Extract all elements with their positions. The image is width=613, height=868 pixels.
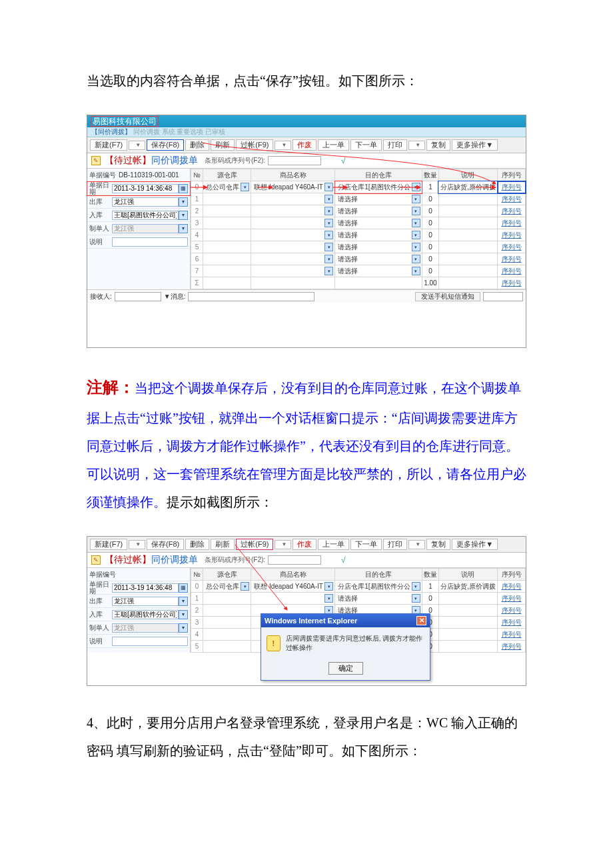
chevron-down-icon[interactable]: ▾ — [324, 267, 333, 275]
doc-date-input[interactable] — [112, 583, 179, 593]
chevron-down-icon[interactable]: ▾ — [324, 183, 333, 191]
serial-link[interactable]: 序列号 — [498, 629, 526, 641]
serial-link[interactable]: 序列号 — [498, 265, 526, 277]
chevron-down-icon[interactable]: ▾ — [324, 582, 333, 591]
qty-cell[interactable]: 0 — [422, 265, 438, 277]
search-ok-icon[interactable]: √ — [341, 556, 346, 564]
chevron-down-icon[interactable]: ▾ — [412, 231, 420, 239]
new-dropdown[interactable] — [129, 141, 145, 150]
doc-date-input[interactable] — [112, 184, 179, 193]
save-button[interactable]: 保存(F8) — [147, 139, 184, 151]
chevron-down-icon[interactable]: ▾ — [412, 594, 420, 603]
qty-cell[interactable]: 0 — [422, 217, 438, 229]
serial-link[interactable]: 序列号 — [498, 205, 526, 217]
in-input[interactable] — [112, 211, 179, 220]
active-tab[interactable]: 【同价调拨】 — [91, 128, 131, 135]
desc-cell[interactable]: 分店缺货,原价调拨 — [438, 581, 497, 593]
post-button[interactable]: 过帐(F9) — [236, 139, 273, 151]
product-cell[interactable]: 联想 Ideapad Y460A-IT — [253, 583, 323, 590]
send-sms-button[interactable]: 发送手机短信通知 — [415, 292, 480, 301]
refresh-button[interactable]: 刷新 — [211, 139, 235, 151]
qty-cell[interactable]: 0 — [422, 205, 438, 217]
dst-cell[interactable]: 请选择 — [336, 244, 410, 251]
serial-link[interactable]: 序列号 — [498, 253, 526, 265]
desc-input[interactable] — [112, 637, 188, 646]
more-button[interactable]: 更多操作▼ — [452, 139, 498, 151]
search-ok-icon[interactable]: √ — [341, 157, 346, 165]
out-input[interactable] — [112, 597, 179, 606]
chevron-down-icon[interactable]: ▾ — [179, 597, 188, 606]
prev-button[interactable]: 上一单 — [318, 139, 349, 151]
dst-cell[interactable]: 分店仓库1[易图软件分公 — [336, 184, 410, 191]
receiver-input[interactable] — [115, 292, 161, 301]
copy-button[interactable]: 复制 — [426, 139, 450, 151]
more-button[interactable]: 更多操作▼ — [452, 539, 498, 550]
qty-cell[interactable]: 0 — [422, 229, 438, 241]
next-button[interactable]: 下一单 — [350, 539, 382, 550]
serial-link[interactable]: 序列号 — [498, 581, 526, 593]
chevron-down-icon[interactable]: ▾ — [412, 183, 420, 191]
qty-cell[interactable]: 0 — [422, 253, 438, 265]
chevron-down-icon[interactable]: ▾ — [179, 197, 188, 207]
new-dropdown[interactable] — [129, 540, 145, 549]
chevron-down-icon[interactable]: ▾ — [324, 195, 333, 203]
chevron-down-icon[interactable]: ▾ — [324, 243, 333, 251]
serial-link[interactable]: 序列号 — [498, 241, 526, 253]
dst-cell[interactable]: 分店仓库1[易图软件分公 — [336, 583, 410, 590]
src-cell[interactable]: 总公司仓库 — [205, 184, 239, 191]
serial-link[interactable]: 序列号 — [498, 641, 526, 653]
print-button[interactable]: 打印 — [383, 539, 407, 550]
new-button[interactable]: 新建(F7) — [90, 539, 127, 550]
chevron-down-icon[interactable]: ▾ — [179, 211, 188, 220]
serial-link[interactable]: 序列号 — [498, 277, 526, 289]
qty-cell[interactable]: 1 — [422, 581, 438, 593]
sms-extra-input[interactable] — [483, 292, 523, 301]
print-dropdown[interactable] — [408, 540, 425, 549]
copy-button[interactable]: 复制 — [426, 539, 450, 550]
chevron-down-icon[interactable]: ▾ — [241, 582, 249, 591]
qty-cell[interactable]: 1 — [422, 181, 438, 193]
delete-button[interactable]: 删除 — [185, 139, 209, 151]
qty-cell[interactable]: 0 — [422, 193, 438, 205]
desc-input[interactable] — [112, 237, 188, 247]
out-input[interactable] — [112, 197, 179, 207]
delete-button[interactable]: 删除 — [185, 539, 209, 550]
calendar-icon[interactable]: ▦ — [179, 184, 188, 193]
dst-cell[interactable]: 请选择 — [336, 196, 410, 203]
dst-cell[interactable]: 请选择 — [336, 256, 410, 263]
dst-cell[interactable]: 请选择 — [336, 208, 410, 215]
chevron-down-icon[interactable]: ▾ — [324, 594, 333, 603]
in-input[interactable] — [112, 610, 179, 619]
print-dropdown[interactable] — [408, 141, 425, 150]
serial-link[interactable]: 序列号 — [498, 181, 526, 193]
void-button[interactable]: 作废 — [293, 539, 316, 550]
dst-cell[interactable]: 请选择 — [336, 220, 410, 227]
refresh-button[interactable]: 刷新 — [211, 539, 235, 550]
message-input[interactable] — [188, 292, 314, 301]
chevron-down-icon[interactable]: ▾ — [324, 207, 333, 215]
chevron-down-icon[interactable]: ▾ — [324, 219, 333, 227]
post-dropdown[interactable] — [275, 540, 291, 549]
chevron-down-icon[interactable]: ▾ — [412, 255, 420, 263]
barcode-input[interactable] — [268, 555, 321, 565]
dst-cell[interactable]: 请选择 — [336, 268, 410, 275]
chevron-down-icon[interactable]: ▾ — [412, 207, 420, 215]
chevron-down-icon[interactable]: ▾ — [412, 195, 420, 203]
close-icon[interactable]: ✕ — [416, 616, 426, 625]
chevron-down-icon[interactable]: ▾ — [179, 610, 188, 619]
save-button[interactable]: 保存(F8) — [147, 539, 184, 550]
serial-link[interactable]: 序列号 — [498, 193, 526, 205]
void-button[interactable]: 作废 — [293, 139, 316, 151]
dst-cell[interactable]: 请选择 — [336, 595, 410, 602]
next-button[interactable]: 下一单 — [350, 139, 382, 151]
post-dropdown[interactable] — [275, 141, 291, 150]
post-button[interactable]: 过帐(F9) — [236, 539, 273, 550]
serial-link[interactable]: 序列号 — [498, 593, 526, 605]
calendar-icon[interactable]: ▦ — [179, 583, 188, 593]
chevron-down-icon[interactable]: ▾ — [412, 267, 420, 275]
src-cell[interactable]: 总公司仓库 — [205, 583, 239, 590]
dst-cell[interactable]: 请选择 — [336, 607, 410, 614]
chevron-down-icon[interactable]: ▾ — [324, 231, 333, 239]
chevron-down-icon[interactable]: ▾ — [241, 183, 249, 191]
chevron-down-icon[interactable]: ▾ — [412, 582, 420, 591]
